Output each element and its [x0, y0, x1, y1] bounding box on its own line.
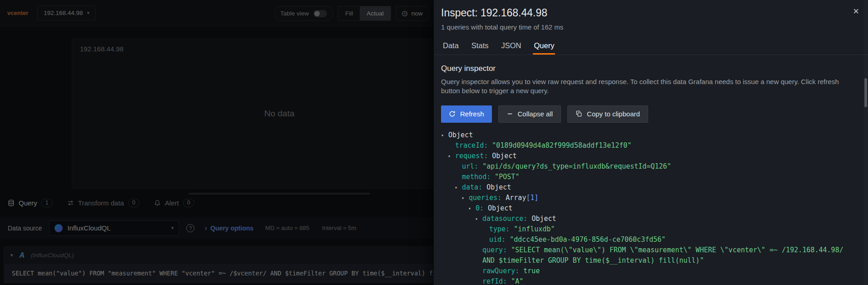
json-key: rawQuery:: [482, 267, 523, 275]
section-description: Query inspector allows you to view raw r…: [441, 77, 852, 95]
collapse-arrow-icon[interactable]: ▾: [468, 203, 476, 214]
json-array-length: [1]: [526, 194, 538, 202]
json-row-content: traceId: "0189d0949d4a82f999d58addf13e12…: [455, 140, 631, 151]
json-row-content: query: "SELECT mean(\"value\") FROM \"me…: [482, 245, 850, 266]
json-key: method:: [462, 173, 495, 181]
collapse-all-button[interactable]: Collapse all: [498, 105, 561, 123]
json-value: Object: [531, 215, 556, 223]
json-key: refId:: [482, 277, 511, 285]
json-key: url:: [462, 162, 482, 170]
tab-stats[interactable]: Stats: [466, 37, 494, 55]
json-row-content: uid: "ddcc45ee-bd0a-4976-856d-ce7060c3fd…: [489, 235, 665, 245]
json-key: queries:: [469, 194, 506, 202]
json-value: Object: [448, 131, 473, 139]
json-tree-row[interactable]: ▾datasource: Object: [441, 214, 850, 224]
json-value: "POST": [495, 173, 519, 181]
json-value: "api/ds/query?ds_type=influxdb&requestId…: [482, 162, 671, 170]
inspector-body: Query inspector Query inspector allows y…: [434, 55, 868, 285]
collapse-arrow-icon[interactable]: ▾: [455, 182, 462, 193]
section-title: Query inspector: [441, 64, 861, 73]
json-tree-row: uid: "ddcc45ee-bd0a-4976-856d-ce7060c3fd…: [441, 235, 850, 245]
json-row-content: rawQuery: true: [482, 266, 540, 276]
json-value: Object: [492, 152, 516, 160]
copy-to-clipboard-button[interactable]: Copy to clipboard: [567, 105, 648, 123]
json-key: request:: [455, 152, 492, 160]
json-tree-row[interactable]: ▾data: Object: [441, 182, 850, 193]
json-tree-row: method: "POST": [441, 172, 850, 182]
json-tree-row[interactable]: ▾Object: [441, 130, 850, 140]
json-row-content: data: Object: [462, 182, 511, 193]
json-row-content: queries: Array[1]: [469, 193, 539, 203]
json-value: "A": [511, 277, 523, 285]
json-tree-row: type: "influxdb": [441, 224, 850, 235]
json-tree-row[interactable]: ▾queries: Array[1]: [441, 193, 850, 203]
refresh-label: Refresh: [460, 110, 484, 118]
collapse-arrow-icon[interactable]: ▾: [475, 214, 482, 224]
json-tree-row: query: "SELECT mean(\"value\") FROM \"me…: [441, 245, 850, 266]
json-value: Object: [486, 183, 511, 191]
drawer-title: Inspect: 192.168.44.98: [441, 7, 859, 19]
collapse-all-label: Collapse all: [518, 110, 553, 118]
json-value: Array: [506, 194, 526, 202]
json-key: datasource:: [482, 215, 531, 223]
json-key: uid:: [489, 235, 510, 244]
json-value: Object: [488, 204, 512, 212]
json-key: data:: [462, 183, 486, 191]
collapse-arrow-icon[interactable]: ▾: [461, 193, 469, 203]
inspector-tabs: Data Stats JSON Query: [434, 37, 868, 55]
grafana-panel-edit: vcenter 192.168.44.98 ▾ Table view Fill …: [0, 0, 868, 285]
json-row-content: request: Object: [455, 151, 516, 161]
refresh-button[interactable]: Refresh: [441, 105, 492, 123]
json-row-content: 0: Object: [476, 203, 512, 214]
json-row-content: url: "api/ds/query?ds_type=influxdb&requ…: [462, 161, 671, 172]
json-tree-row: rawQuery: true: [441, 266, 850, 276]
collapse-arrow-icon[interactable]: ▾: [441, 130, 448, 140]
json-value: "influxdb": [514, 225, 555, 233]
json-value: true: [523, 267, 540, 275]
copy-icon: [575, 110, 582, 117]
minus-icon: [506, 110, 513, 117]
json-key: query:: [482, 246, 511, 254]
json-tree-row: refId: "A": [441, 276, 850, 285]
json-row-content: method: "POST": [462, 172, 519, 182]
json-key: 0:: [476, 204, 488, 212]
json-tree-row[interactable]: ▾0: Object: [441, 203, 850, 214]
drawer-scrollbar[interactable]: [863, 0, 868, 285]
json-row-content: Object: [448, 130, 473, 140]
json-value: "SELECT mean(\"value\") FROM \"measureme…: [482, 246, 848, 265]
json-tree-row[interactable]: ▾request: Object: [441, 151, 850, 161]
json-value: "ddcc45ee-bd0a-4976-856d-ce7060c3fd56": [510, 235, 665, 244]
json-row-content: type: "influxdb": [489, 224, 555, 235]
tab-data[interactable]: Data: [437, 37, 464, 55]
json-key: traceId:: [455, 141, 492, 150]
json-row-content: refId: "A": [482, 276, 523, 285]
tab-query-inspector[interactable]: Query: [528, 37, 560, 55]
collapse-arrow-icon[interactable]: ▾: [448, 151, 455, 161]
inspector-actions: Refresh Collapse all Copy to clipboard: [441, 105, 861, 123]
json-tree-row: traceId: "0189d0949d4a82f999d58addf13e12…: [441, 140, 850, 151]
tab-json[interactable]: JSON: [496, 37, 526, 55]
json-value: "0189d0949d4a82f999d58addf13e12f0": [492, 141, 631, 150]
refresh-icon: [449, 110, 456, 117]
close-icon[interactable]: ×: [853, 6, 859, 16]
copy-to-clipboard-label: Copy to clipboard: [587, 110, 640, 118]
inspect-drawer: × Inspect: 192.168.44.98 1 queries with …: [434, 0, 868, 285]
json-key: type:: [489, 225, 514, 233]
json-tree-row: url: "api/ds/query?ds_type=influxdb&requ…: [441, 161, 850, 172]
drawer-subtitle: 1 queries with total query time of 162 m…: [441, 23, 859, 31]
json-response-tree: ▾ObjecttraceId: "0189d0949d4a82f999d58ad…: [441, 130, 861, 285]
drawer-header: Inspect: 192.168.44.98 1 queries with to…: [434, 0, 868, 31]
json-row-content: datasource: Object: [482, 214, 556, 224]
scrollbar-thumb[interactable]: [864, 78, 867, 107]
